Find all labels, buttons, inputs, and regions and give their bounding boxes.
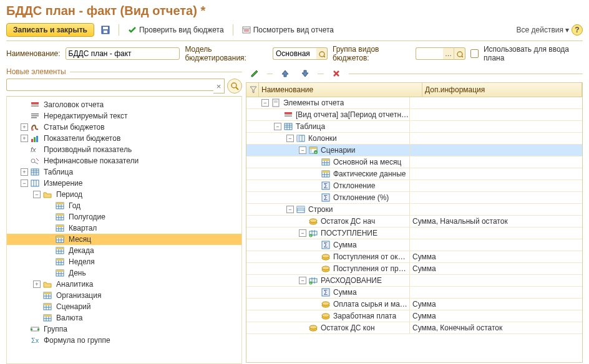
table-row[interactable]: Остаток ДС начСумма, Начальный остаток [246,216,582,228]
elements-tree[interactable]: Заголовок отчетаНередактируемый текст+Ст… [6,96,242,364]
expander[interactable]: + [21,168,28,176]
tree-item[interactable]: +Аналитика [7,279,241,290]
table-row[interactable]: Заработная платаСумма [246,310,582,322]
check-budget-button[interactable]: Проверить вид бюджета [124,24,228,36]
table-row[interactable]: Сумма [246,239,582,251]
move-up-button[interactable] [276,67,294,80]
clear-search-button[interactable]: × [213,79,225,93]
model-combo[interactable] [273,47,328,60]
tree-item[interactable]: Неделя [7,256,241,267]
table-row[interactable]: [Вид отчета] за[Период отчетности] [246,109,582,121]
tree-item[interactable]: Год [7,200,241,211]
save-close-button[interactable]: Записать и закрыть [6,23,94,37]
group-input[interactable] [416,47,443,60]
row-info [410,180,582,191]
header-icon [283,110,293,120]
row-info [410,109,582,120]
tree-item[interactable]: Нередактируемый текст [7,110,241,122]
tree-item-label: Измерение [42,179,82,188]
nonfin-icon [30,156,40,166]
tree-item[interactable]: Валюта [7,312,241,323]
tree-item[interactable]: Месяц [7,234,241,245]
search-input[interactable] [6,79,213,91]
name-input[interactable] [66,47,180,60]
edit-button[interactable] [246,67,263,80]
group-combo[interactable]: … [416,47,465,60]
expander[interactable]: − [286,135,294,142]
save-button[interactable] [97,24,114,36]
tree-item[interactable]: +Статьи бюджетов [7,122,241,133]
tree-item[interactable]: День [7,267,241,279]
model-input[interactable] [273,47,316,60]
magnifier-icon [230,82,239,90]
table-row[interactable]: −Колонки [246,133,582,145]
group-icon [30,324,40,334]
expander[interactable]: − [261,99,269,107]
tree-item-label: Формула по группе [42,336,110,345]
table-row[interactable]: −РАСХОДОВАНИЕ [246,275,582,287]
expander[interactable]: − [299,146,306,154]
expander[interactable]: + [21,123,28,131]
table-row[interactable]: Отклонение [246,180,582,192]
tree-item[interactable]: Заголовок отчета [7,99,241,110]
tree-item[interactable]: Декада [7,245,241,256]
model-lookup-button[interactable] [316,47,328,60]
name-label: Наименование: [6,49,61,58]
row-name: Поступления от оказа... [333,252,409,261]
tree-item[interactable]: +Показатели бюджетов [7,133,241,144]
table-row[interactable]: Поступления от оказа...Сумма [246,251,582,263]
expander[interactable]: + [21,135,28,142]
coins-icon [321,264,331,274]
move-down-button[interactable] [296,67,314,80]
table-row[interactable]: Фактические данные [246,168,582,180]
table-row[interactable]: Оплата сырья и мате...Сумма [246,299,582,310]
delete-button[interactable] [328,67,345,80]
group-lookup-button[interactable] [454,47,465,60]
filter-column[interactable] [246,83,259,97]
use-for-input-checkbox[interactable] [470,49,479,58]
tree-item[interactable]: −Измерение [7,178,241,189]
structure-table[interactable]: Наименование Доп.информация −Элементы от… [246,82,583,363]
col-name-header[interactable]: Наименование [259,83,422,97]
tree-item[interactable]: Квартал [7,223,241,234]
expander[interactable]: − [33,191,41,198]
table-row[interactable]: Основной на месяц [246,156,582,168]
expander[interactable]: + [33,280,41,288]
help-button[interactable]: ? [572,24,583,36]
table-row[interactable]: Сумма [246,287,582,299]
table-row[interactable]: −ПОСТУПЛЕНИЕ [246,228,582,239]
coins-icon [321,252,331,262]
tree-item-label: Сценарий [55,302,90,311]
expander[interactable]: − [21,180,28,187]
tree-item[interactable]: +Таблица [7,166,241,178]
tree-item[interactable]: Формула по группе [7,335,241,346]
arrow-down-icon [301,69,309,78]
tree-item[interactable]: Производный показатель [7,144,241,155]
table-row[interactable]: −Элементы отчета [246,97,582,109]
table-row[interactable]: Отклонение (%) [246,192,582,204]
tree-item-label: Показатели бюджетов [42,134,120,143]
table-row[interactable]: −Строки [246,204,582,216]
tree-item-label: Статьи бюджетов [42,123,105,132]
preview-report-button[interactable]: Посмотреть вид отчета [238,24,338,36]
tree-item[interactable]: Группа [7,323,241,335]
search-button[interactable] [227,79,242,93]
table-row[interactable]: −Сценарии [246,145,582,156]
tree-item[interactable]: Полугодие [7,211,241,223]
page-title: БДДС план - факт (Вид отчета) * [6,4,583,18]
table-row[interactable]: Поступления от прода...Сумма [246,263,582,275]
table-row[interactable]: −Таблица [246,121,582,133]
group-select-button[interactable]: … [443,47,454,60]
row-name: ПОСТУПЛЕНИЕ [321,229,377,237]
tree-item[interactable]: −Период [7,189,241,200]
expander[interactable]: − [299,229,306,237]
col-info-header[interactable]: Доп.информация [422,83,582,97]
tree-item[interactable]: Нефинансовые показатели [7,155,241,166]
table-row[interactable]: Остаток ДС конСумма, Конечный остаток [246,322,582,334]
expander[interactable]: − [274,123,281,130]
tree-item[interactable]: Сценарий [7,301,241,312]
tree-item[interactable]: Организация [7,290,241,301]
expander[interactable]: − [286,206,294,213]
expander[interactable]: − [299,277,306,284]
all-actions-menu[interactable]: Все действия ▾ [517,26,569,34]
